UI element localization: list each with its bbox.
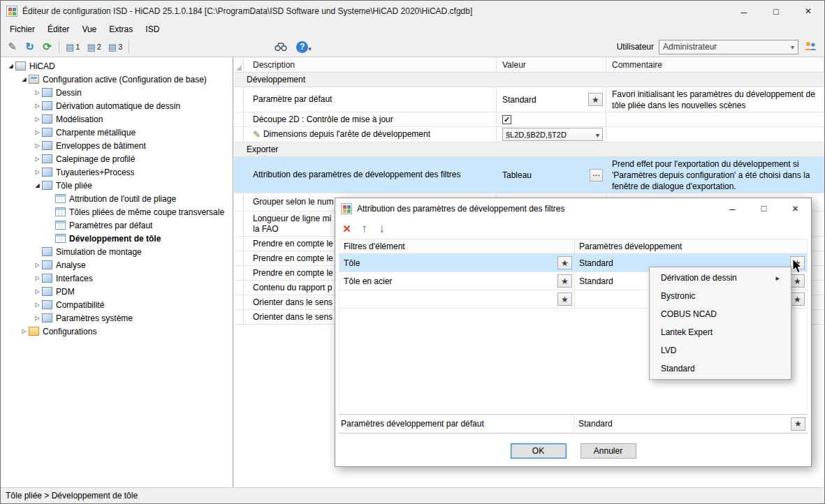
- expand-level-button[interactable]: 2: [83, 38, 104, 55]
- tree-item[interactable]: Modélisation: [1, 112, 233, 126]
- column-header-valeur[interactable]: Valeur: [497, 57, 606, 72]
- tree-item-label: Analyse: [56, 260, 86, 270]
- setting-row[interactable]: Paramètre par défaut Standard Favori ini…: [234, 87, 824, 112]
- tree-expander-icon[interactable]: [33, 103, 42, 109]
- tree-expander-icon[interactable]: [6, 63, 15, 69]
- move-down-icon[interactable]: [374, 221, 390, 237]
- filter-favorite-star-button[interactable]: [557, 274, 572, 288]
- tree-item[interactable]: Paramètres par défaut: [1, 218, 233, 232]
- tree-item-label: Dérivation automatique de dessin: [56, 101, 180, 111]
- tree-expander-icon[interactable]: [33, 288, 42, 295]
- refresh-icon[interactable]: [38, 38, 56, 55]
- column-header-params[interactable]: Paramètres développement: [575, 239, 807, 253]
- menu-item[interactable]: Vue: [75, 23, 103, 36]
- chevron-down-icon[interactable]: [308, 43, 312, 53]
- checkbox[interactable]: [502, 115, 511, 124]
- delete-row-icon[interactable]: [339, 221, 355, 237]
- tree-expander-icon[interactable]: [33, 275, 42, 281]
- param-favorite-star-button[interactable]: [790, 256, 805, 269]
- default-favorite-star-button[interactable]: [791, 417, 805, 431]
- tree-item[interactable]: PDM: [1, 285, 233, 298]
- column-header-commentaire[interactable]: Commentaire: [606, 57, 824, 72]
- tree-expander-icon[interactable]: [33, 116, 42, 122]
- filter-favorite-star-button[interactable]: [557, 256, 572, 269]
- tree-expander-icon[interactable]: [33, 182, 42, 188]
- tree-item[interactable]: Configurations: [1, 325, 233, 338]
- column-header-description[interactable]: Description: [244, 57, 497, 72]
- tree-item[interactable]: Compatibilité: [1, 298, 233, 311]
- tree-expander-icon[interactable]: [20, 328, 29, 334]
- filter-name: Tôle en acier: [344, 276, 392, 286]
- tree-item[interactable]: Analyse: [1, 258, 233, 272]
- context-menu-item[interactable]: Bystronic: [650, 287, 791, 305]
- setting-row[interactable]: Attribution des paramètres de développem…: [234, 157, 824, 193]
- tree-expander-icon[interactable]: [33, 262, 42, 268]
- users-icon[interactable]: [803, 40, 817, 54]
- tree-item-icon: [29, 327, 39, 336]
- tree-expander-icon[interactable]: [33, 142, 42, 149]
- minimize-button[interactable]: [728, 1, 760, 22]
- close-button[interactable]: [792, 1, 824, 22]
- tree-expander-icon[interactable]: [33, 89, 42, 96]
- filter-favorite-star-button[interactable]: [557, 292, 572, 306]
- cancel-button[interactable]: Annuler: [581, 443, 636, 459]
- edit-icon[interactable]: [3, 38, 21, 55]
- context-menu-item[interactable]: LVD: [650, 341, 791, 360]
- column-header-filters[interactable]: Filtres d'élément: [340, 239, 575, 253]
- menu-item[interactable]: Éditer: [41, 23, 75, 36]
- setting-description: Attribution des paramètres de développem…: [244, 157, 497, 193]
- context-menu-item[interactable]: Standard: [650, 360, 791, 378]
- tree-item[interactable]: Dessin: [1, 86, 233, 99]
- expand-level-button[interactable]: 3: [105, 38, 126, 55]
- dialog-icon: [341, 203, 352, 214]
- submenu-arrow-icon: [775, 273, 780, 283]
- help-icon: [296, 41, 308, 53]
- dialog-maximize-button[interactable]: [748, 198, 780, 218]
- tree-expander-icon[interactable]: [33, 129, 42, 135]
- tree-item[interactable]: Charpente métallique: [1, 126, 233, 139]
- context-menu-item[interactable]: COBUS NCAD: [650, 305, 791, 323]
- sync-icon[interactable]: [21, 38, 38, 55]
- section-header: Développement: [234, 73, 824, 87]
- tree-item[interactable]: Attribution de l'outil de pliage: [1, 192, 233, 205]
- tree-item[interactable]: Tôles pliées de même coupe transversale: [1, 205, 233, 218]
- tree-item[interactable]: Enveloppes de bâtiment: [1, 139, 233, 152]
- context-menu-item[interactable]: Lantek Expert: [650, 323, 791, 341]
- search-icon[interactable]: [272, 38, 289, 55]
- menu-item[interactable]: ISD: [139, 23, 166, 36]
- dialog-minimize-button[interactable]: [717, 198, 748, 218]
- tree-item[interactable]: Simulation de montage: [1, 245, 233, 258]
- tree-item[interactable]: HiCAD: [1, 59, 233, 73]
- value-dropdown[interactable]: §L2D,§B2D,§T2D: [502, 128, 603, 141]
- tree-item[interactable]: Configuration active (Configuration de b…: [1, 73, 233, 86]
- move-up-icon[interactable]: [356, 221, 372, 237]
- row-gutter: [234, 251, 244, 265]
- tree-expander-icon[interactable]: [33, 315, 42, 321]
- tree-item[interactable]: Calepinage de profilé: [1, 152, 233, 165]
- open-table-button[interactable]: [590, 169, 603, 181]
- param-favorite-star-button[interactable]: [790, 274, 805, 288]
- tree-expander-icon[interactable]: [33, 156, 42, 162]
- tree-expander-icon[interactable]: [33, 169, 42, 175]
- param-favorite-star-button[interactable]: [790, 292, 805, 306]
- tree-expander-icon[interactable]: [20, 76, 29, 82]
- tree-item[interactable]: Interfaces: [1, 272, 233, 285]
- dialog-close-button[interactable]: [780, 198, 811, 218]
- expand-level-button[interactable]: 1: [62, 38, 83, 55]
- menu-item[interactable]: Extras: [103, 23, 139, 36]
- maximize-button[interactable]: [760, 1, 792, 22]
- tree-item[interactable]: Développement de tôle: [1, 232, 233, 245]
- tree-item[interactable]: Paramètres système: [1, 311, 233, 325]
- help-button[interactable]: [296, 41, 312, 53]
- tree-item[interactable]: Tuyauteries+Process: [1, 165, 233, 179]
- context-menu-item[interactable]: Dérivation de dessin: [650, 269, 791, 287]
- ok-button[interactable]: OK: [511, 443, 567, 459]
- menu-item[interactable]: Fichier: [3, 23, 41, 36]
- tree-item[interactable]: Tôle pliée: [1, 179, 233, 192]
- tree-expander-icon[interactable]: [33, 302, 42, 308]
- setting-row[interactable]: Dimensions depuis l'arête de développeme…: [234, 127, 824, 142]
- favorite-star-button[interactable]: [588, 93, 603, 106]
- tree-item[interactable]: Dérivation automatique de dessin: [1, 99, 233, 112]
- setting-row[interactable]: Découpe 2D : Contrôle de mise à jour: [234, 112, 824, 127]
- user-select[interactable]: Administrateur: [659, 40, 798, 54]
